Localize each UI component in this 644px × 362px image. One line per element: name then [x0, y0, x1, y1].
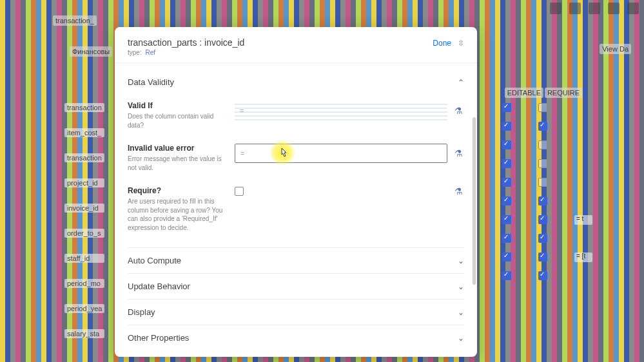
- section-title: Data Validity: [128, 77, 174, 87]
- bg-toolbar-icon[interactable]: [627, 3, 639, 14]
- field-valid-if: Valid If Does the column contain valid d…: [128, 96, 464, 138]
- bg-formula[interactable]: = [t: [574, 252, 592, 262]
- checkbox-icon[interactable]: [502, 234, 511, 243]
- checkbox-icon[interactable]: [502, 122, 511, 131]
- checkbox-empty-icon[interactable]: [538, 140, 547, 149]
- require-help: Are users required to fill in this colum…: [128, 197, 224, 232]
- bg-toolbar-icon[interactable]: [550, 3, 561, 14]
- chevron-down-icon: ⌄: [458, 308, 464, 317]
- checkbox-empty-icon[interactable]: [538, 159, 547, 168]
- bg-row[interactable]: salary_sta: [64, 329, 104, 338]
- modal-body: Data Validity ⌃ Valid If Does the column…: [115, 63, 477, 357]
- bg-row[interactable]: transaction: [64, 103, 104, 112]
- checkbox-icon[interactable]: [538, 215, 547, 224]
- bg-row[interactable]: period_yea: [64, 304, 104, 313]
- type-label: type:: [128, 49, 142, 56]
- bg-col-editable: EDITABLE: [505, 88, 543, 98]
- checkbox-icon[interactable]: [502, 271, 511, 280]
- bg-toolbar-icon[interactable]: [569, 3, 581, 14]
- section-header-data-validity[interactable]: Data Validity ⌃: [128, 72, 464, 92]
- flask-icon[interactable]: ⚗: [453, 148, 464, 158]
- bg-row[interactable]: item_cost_: [64, 128, 104, 137]
- modal-header: transaction_parts : invoice_id type: Ref…: [115, 27, 477, 63]
- checkbox-icon[interactable]: [538, 122, 547, 131]
- checkbox-icon[interactable]: [538, 252, 547, 262]
- field-require: Require? Are users required to fill in t…: [128, 181, 464, 241]
- checkbox-empty-icon[interactable]: [538, 178, 547, 187]
- checkbox-icon[interactable]: [502, 140, 511, 149]
- chevron-up-icon: ⌃: [458, 78, 464, 87]
- bg-view-btn[interactable]: View Da: [600, 44, 631, 54]
- type-value: Ref: [145, 49, 155, 56]
- section-title: Update Behavior: [128, 281, 190, 291]
- expand-collapse-icon[interactable]: ⇳: [458, 39, 464, 47]
- section-header-other-properties[interactable]: Other Properties ⌄: [128, 325, 464, 350]
- bg-toolbar-icon[interactable]: [589, 3, 600, 14]
- bg-row[interactable]: period_mo: [64, 279, 104, 288]
- section-header-auto-compute[interactable]: Auto Compute ⌄: [128, 248, 464, 273]
- invalid-error-label: Invalid value error: [128, 144, 224, 153]
- equals-icon: =: [240, 107, 244, 115]
- checkbox-icon[interactable]: [538, 234, 547, 243]
- checkbox-icon[interactable]: [502, 178, 511, 187]
- bg-formula[interactable]: = t: [574, 215, 592, 225]
- section-other-properties: Other Properties ⌄: [128, 325, 464, 350]
- modal-title: transaction_parts : invoice_id: [128, 37, 244, 48]
- checkbox-icon[interactable]: [502, 103, 511, 112]
- checkbox-icon[interactable]: [538, 271, 547, 280]
- column-settings-modal: transaction_parts : invoice_id type: Ref…: [115, 27, 477, 357]
- bg-col-require: REQUIRE: [545, 88, 582, 98]
- bg-row[interactable]: staff_id: [64, 254, 104, 263]
- done-button[interactable]: Done: [433, 39, 451, 48]
- flask-icon[interactable]: ⚗: [453, 106, 464, 116]
- bg-row[interactable]: transaction: [64, 153, 104, 162]
- section-header-update-behavior[interactable]: Update Behavior ⌄: [128, 274, 464, 299]
- checkbox-icon[interactable]: [502, 196, 511, 205]
- section-title: Auto Compute: [128, 256, 181, 265]
- checkbox-icon[interactable]: [538, 196, 547, 205]
- bg-row[interactable]: project_id: [64, 178, 104, 187]
- bg-checkbox-grid: ✕ ✕ ✕ ✕ ✕ ✕ ✕= t ✕ ✕= [t ✕: [466, 103, 592, 281]
- bg-sub: Финансовы: [70, 46, 112, 57]
- cursor-pointer-icon: [278, 148, 289, 162]
- field-invalid-value-error: Invalid value error Error message when t…: [128, 138, 464, 181]
- section-update-behavior: Update Behavior ⌄: [128, 273, 464, 299]
- section-auto-compute: Auto Compute ⌄: [128, 247, 464, 273]
- section-header-display[interactable]: Display ⌄: [128, 300, 464, 325]
- checkbox-icon[interactable]: [502, 159, 511, 168]
- section-data-validity: Data Validity ⌃ Valid If Does the column…: [128, 72, 464, 247]
- invalid-error-input[interactable]: =: [235, 144, 447, 163]
- invalid-error-help: Error message when the value is not vali…: [128, 155, 224, 172]
- require-label: Require?: [128, 186, 224, 195]
- valid-if-input[interactable]: =: [235, 101, 447, 120]
- section-display: Display ⌄: [128, 299, 464, 325]
- checkbox-icon[interactable]: [502, 252, 511, 262]
- modal-subtitle: type: Ref: [128, 49, 244, 56]
- flask-icon[interactable]: ⚗: [453, 186, 464, 196]
- checkbox-empty-icon[interactable]: [538, 103, 547, 112]
- bg-row-labels: transaction item_cost_ transaction proje…: [64, 103, 104, 338]
- section-title: Display: [128, 307, 155, 317]
- equals-icon: =: [240, 149, 244, 157]
- chevron-down-icon: ⌄: [458, 282, 464, 291]
- bg-row[interactable]: order_to_s: [64, 229, 104, 238]
- checkbox-icon[interactable]: [502, 215, 511, 224]
- section-title: Other Properties: [128, 333, 189, 343]
- bg-row[interactable]: invoice_id: [64, 204, 104, 213]
- scrollbar-thumb[interactable]: [473, 117, 476, 285]
- require-checkbox[interactable]: [235, 187, 244, 196]
- valid-if-label: Valid If: [128, 101, 224, 110]
- bg-toolbar-icon[interactable]: [608, 3, 620, 14]
- bg-toolbar: [550, 3, 639, 14]
- valid-if-help: Does the column contain valid data?: [128, 112, 224, 129]
- bg-breadcrumb: transaction_: [53, 15, 97, 26]
- chevron-down-icon: ⌄: [458, 334, 464, 343]
- chevron-down-icon: ⌄: [458, 256, 464, 265]
